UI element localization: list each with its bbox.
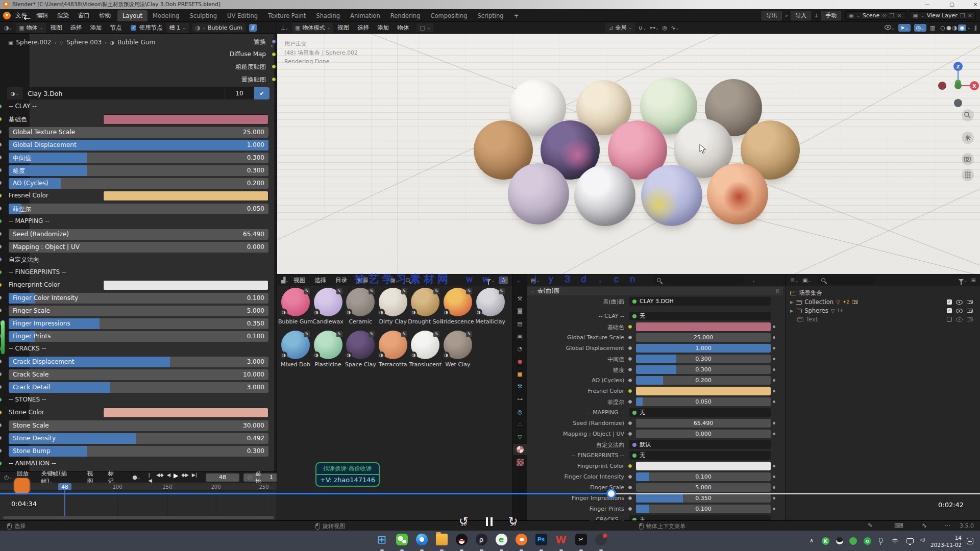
video-progress-remaining[interactable] xyxy=(611,493,980,494)
visibility-dropdown-icon[interactable]: ⌄ xyxy=(885,24,895,31)
input-socket-dot[interactable] xyxy=(0,257,2,262)
slider-Global Texture Scale[interactable]: Global Texture Scale25.000 xyxy=(9,127,268,138)
taskbar-icon-file-explorer[interactable] xyxy=(435,534,448,550)
asset-thumb-Translucent[interactable]: ✎◑ xyxy=(411,331,439,359)
asset-thumb-Iridescence[interactable]: ✎◑ xyxy=(444,288,472,316)
slider-Finger Impressions[interactable]: Finger Impressions0.350 xyxy=(9,318,268,329)
slider-菲涅尔[interactable]: 菲涅尔0.050 xyxy=(9,204,268,214)
asset-thumb-Plasticine[interactable]: ✎◑ xyxy=(314,331,342,359)
workspace-tab-UV Editing[interactable]: UV Editing xyxy=(222,10,263,21)
asset-thumb-Terracotta[interactable]: ✎◑ xyxy=(379,331,407,359)
input-socket-dot[interactable] xyxy=(0,104,2,109)
fullscreen-icon[interactable]: ↔ xyxy=(920,521,929,530)
color-swatch-基础色[interactable] xyxy=(103,114,268,124)
slider-Global Displacement[interactable]: Global Displacement1.000 xyxy=(9,140,268,151)
input-socket-dot[interactable] xyxy=(0,244,2,249)
workspace-tab-Animation[interactable]: Animation xyxy=(345,10,385,21)
input-socket-dot[interactable] xyxy=(0,193,2,198)
input-socket-dot[interactable] xyxy=(0,219,2,223)
slider-糙度[interactable]: 糙度0.300 xyxy=(9,165,268,176)
menu-视图[interactable]: 视图 xyxy=(289,275,310,286)
property-slider-Seed (Randomize)[interactable]: 65.490 xyxy=(636,419,771,428)
slider-Stone Scale[interactable]: Stone Scale30.000 xyxy=(9,420,268,431)
asset-thumb-Wet Clay[interactable]: ✎◑ xyxy=(444,331,472,359)
collection-checkbox[interactable] xyxy=(947,317,952,322)
editor-type-icon[interactable]: ◑⌄ xyxy=(4,24,12,31)
taskbar-icon-qq[interactable] xyxy=(455,534,468,550)
export-button[interactable]: 导出 xyxy=(762,11,782,20)
copy-icon[interactable]: ❐ xyxy=(960,12,965,19)
keyframe-dot[interactable] xyxy=(773,390,775,392)
maximize-button[interactable]: ▢ xyxy=(943,0,961,9)
keyframe-dot[interactable] xyxy=(773,400,775,403)
filter-icon[interactable]: ⌄ xyxy=(959,277,967,284)
menu-选择[interactable]: 选择 xyxy=(310,275,331,286)
workspace-tab-Layout[interactable]: Layout xyxy=(117,10,148,21)
menu-节点[interactable]: 节点 xyxy=(106,22,126,33)
slider-Finger Color Intensity[interactable]: Finger Color Intensity0.100 xyxy=(9,293,268,304)
slider-Crack Scale[interactable]: Crack Scale10.000 xyxy=(9,369,268,380)
transport-button-3[interactable]: ▶ xyxy=(174,472,178,483)
workspace-tab-Modeling[interactable]: Modeling xyxy=(148,10,184,21)
slider-Finger Scale[interactable]: Finger Scale5.000 xyxy=(9,306,268,316)
gizmos-toggle-icon[interactable]: ➤⌄ xyxy=(898,24,911,32)
input-socket-dot[interactable] xyxy=(0,423,2,428)
property-slider-Finger Scale[interactable]: 5.000 xyxy=(636,483,771,492)
input-socket-dot[interactable] xyxy=(0,436,2,440)
property-slider-菲涅尔[interactable]: 0.050 xyxy=(636,397,771,406)
property-menu--- FINGERPRINTS --[interactable]: 无 xyxy=(629,451,771,460)
property-slider-Finger Prints[interactable]: 0.100 xyxy=(636,505,771,513)
keyframe-dot[interactable] xyxy=(773,508,775,510)
input-socket-dot[interactable] xyxy=(0,359,2,364)
property-color-Fresnel Color[interactable] xyxy=(636,387,771,395)
input-socket-dot[interactable] xyxy=(0,117,2,121)
clay-sphere-9[interactable] xyxy=(508,163,569,224)
annotate-icon[interactable]: ✎ xyxy=(868,522,873,529)
breadcrumb-mesh[interactable]: Sphere.003 xyxy=(66,39,102,46)
asset-thumb-Dirty Clay[interactable]: ✎◑ xyxy=(379,288,407,316)
keyframe-dot[interactable] xyxy=(773,358,775,360)
property-menu--- CRACKS --[interactable]: 无 xyxy=(629,515,771,520)
copy-icon[interactable]: ❐ xyxy=(889,12,894,19)
taskbar-icon-wps[interactable]: W xyxy=(554,534,568,550)
breadcrumb-object[interactable]: Sphere.002 xyxy=(16,39,51,46)
material-selector[interactable]: ◑⌄Bubble Gum xyxy=(192,23,246,32)
output-socket-dot[interactable] xyxy=(272,52,276,57)
property-color-Fingerprint Color[interactable] xyxy=(636,462,771,470)
taskbar-icon-photoshop[interactable]: Ps xyxy=(534,534,548,550)
outliner-item-Spheres[interactable]: ▶Spheres▽13✓ xyxy=(790,307,977,315)
property-menu--- CLAY --[interactable]: 无 xyxy=(629,312,771,320)
frame-start-field[interactable]: ◴ 起始 1 xyxy=(243,473,277,482)
property-slider-糙度[interactable]: 0.300 xyxy=(636,365,771,374)
taskbar-icon-wechat[interactable] xyxy=(395,534,408,550)
asset-thumb-Ceramic[interactable]: ✎◑ xyxy=(346,288,375,316)
workspace-tab-Texture Paint[interactable]: Texture Paint xyxy=(263,10,311,21)
input-socket-dot[interactable] xyxy=(0,155,2,160)
shading-solid-icon[interactable]: ● xyxy=(946,24,951,31)
input-socket-dot[interactable] xyxy=(0,448,2,453)
collection-checkbox[interactable]: ✓ xyxy=(947,299,952,305)
input-socket-dot[interactable] xyxy=(0,206,2,211)
snap-magnet-icon[interactable]: ∪⌄ xyxy=(639,24,646,31)
tray-notifications-icon[interactable] xyxy=(967,537,973,544)
current-frame-field[interactable]: 48 xyxy=(206,473,239,482)
outliner-search-input[interactable] xyxy=(817,277,874,284)
record-button[interactable]: ●⌄ xyxy=(132,474,140,481)
property-menu--- MAPPING --[interactable]: 无 xyxy=(629,408,771,417)
keymap-icon[interactable]: ⌨ xyxy=(894,522,903,529)
workspace-tab-Rendering[interactable]: Rendering xyxy=(385,10,426,21)
workspace-tab-+[interactable]: + xyxy=(509,10,524,21)
asset-thumb-Bubble Gum[interactable]: ✎◑ xyxy=(281,288,310,316)
input-socket-dot[interactable] xyxy=(0,385,2,389)
display-mode-icon[interactable]: ▣⌄ xyxy=(802,277,811,284)
timeline-scrollbar[interactable] xyxy=(3,516,274,519)
input-socket-dot[interactable] xyxy=(0,130,2,134)
transport-button-4[interactable]: ◆▶ xyxy=(181,472,189,483)
outliner-item-Text[interactable]: Text xyxy=(790,315,977,323)
slider-Seed (Randomize)[interactable]: Seed (Randomize)65.490 xyxy=(9,229,268,240)
mode-dropdown[interactable]: ▣物体模式⌄ xyxy=(292,23,333,33)
player-back-button[interactable]: ← xyxy=(23,13,31,23)
clay-sphere-10[interactable] xyxy=(574,165,635,226)
proportional-editing-icon[interactable]: ◎ xyxy=(663,24,668,31)
input-socket-dot[interactable] xyxy=(0,372,2,377)
